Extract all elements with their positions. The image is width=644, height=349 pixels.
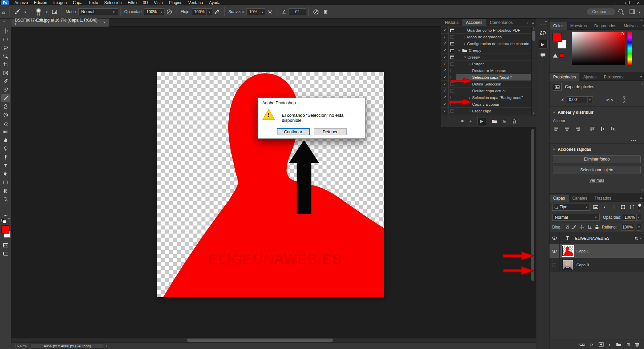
minimize-button[interactable]: –: [610, 0, 621, 5]
tool-crop[interactable]: [1, 61, 10, 68]
layer-name[interactable]: Capa 1: [576, 249, 589, 253]
angle-input[interactable]: 0°: [289, 8, 306, 15]
brush-settings-panel-icon[interactable]: [50, 9, 59, 14]
actions-play-icon[interactable]: ▶: [538, 40, 547, 48]
new-action-icon[interactable]: ⊞: [503, 119, 506, 124]
action-set-row[interactable]: ✓ ∨ Creepy: [441, 47, 532, 54]
action-check[interactable]: ✓: [441, 27, 449, 33]
canvas-vertical-scrollbar[interactable]: [531, 129, 534, 281]
tool-path-selection[interactable]: [1, 170, 10, 178]
layer-row[interactable]: Capa 0: [550, 258, 644, 272]
menu-imagen[interactable]: Imagen: [50, 0, 70, 5]
tab-motivos[interactable]: Motivos: [620, 22, 641, 30]
collapse-panels-icon[interactable]: »: [640, 19, 642, 22]
layer-opacity-input[interactable]: 100%: [623, 214, 637, 221]
screen-mode-icon[interactable]: [1, 250, 10, 257]
link-layers-icon[interactable]: [579, 343, 585, 346]
foreground-color-swatch[interactable]: [553, 33, 561, 41]
quick-actions-header[interactable]: ∨ Acciones rápidas: [550, 144, 644, 152]
action-dialog-toggle[interactable]: [449, 47, 456, 54]
tab-ajustes[interactable]: Ajustes: [579, 73, 600, 81]
tab-color[interactable]: Color: [550, 22, 567, 30]
menu-ventana[interactable]: Ventana: [185, 0, 206, 5]
menu-seleccion[interactable]: Selección: [101, 0, 125, 5]
action-check[interactable]: ✓: [441, 54, 449, 60]
layer-fill-input[interactable]: 100%: [621, 224, 634, 231]
action-check[interactable]: ✓: [441, 94, 449, 101]
tab-comentarios[interactable]: Comentarios: [486, 19, 516, 26]
filter-shape-icon[interactable]: [620, 205, 627, 209]
collapse-icon[interactable]: ∨: [463, 56, 467, 59]
new-layer-icon[interactable]: ⊞: [627, 342, 630, 347]
flow-input[interactable]: 100%: [192, 8, 207, 15]
align-center-h-icon[interactable]: [564, 127, 570, 132]
canvas-horizontal-scrollbar[interactable]: [11, 338, 536, 342]
tab-propiedades[interactable]: Propiedades: [550, 73, 579, 81]
tab-trazados[interactable]: Trazados: [591, 195, 615, 202]
continue-button[interactable]: Continuar: [277, 128, 310, 135]
symmetry-icon[interactable]: [321, 9, 331, 15]
tab-degradados[interactable]: Degradados: [591, 22, 620, 30]
play-selection-button[interactable]: ▶: [478, 117, 486, 125]
layer-name[interactable]: ELIGEUNAWEB.ES: [575, 236, 609, 240]
see-more-link[interactable]: Ver más: [550, 178, 644, 183]
layer-row-text[interactable]: T ELIGEUNAWEB.ES fx ∨: [550, 232, 644, 244]
add-mask-icon[interactable]: [599, 342, 604, 347]
lock-all-icon[interactable]: [595, 225, 599, 230]
expand-icon[interactable]: ›: [462, 35, 467, 39]
align-center-v-icon[interactable]: [600, 127, 606, 132]
tool-eyedropper[interactable]: [1, 77, 10, 85]
saturation-brightness-field[interactable]: [572, 32, 625, 65]
expand-icon[interactable]: ›: [467, 109, 472, 113]
action-row[interactable]: ✓ ›Guardar como Photoshop PDF: [441, 27, 532, 34]
visibility-toggle[interactable]: [550, 258, 560, 272]
tool-move[interactable]: [1, 27, 10, 35]
action-check[interactable]: ✓: [441, 34, 449, 40]
action-dialog-toggle[interactable]: [449, 101, 456, 107]
action-check[interactable]: ✓: [441, 40, 449, 47]
visibility-toggle[interactable]: [550, 244, 560, 258]
blend-mode-select[interactable]: Normal ∨: [552, 214, 600, 221]
scrollbar-thumb[interactable]: [187, 339, 333, 342]
fill-dropdown[interactable]: ∨: [637, 224, 641, 231]
tool-frame[interactable]: [1, 69, 10, 77]
action-check[interactable]: ✓: [441, 81, 449, 87]
tool-eraser[interactable]: [1, 119, 10, 127]
delete-layer-icon[interactable]: [635, 342, 639, 347]
swap-colors-icon[interactable]: ⇄: [8, 217, 10, 220]
align-distribute-header[interactable]: ∨ Alinear y distribuir: [550, 107, 644, 115]
actions-scrollbar[interactable]: ∧ ∨: [531, 27, 536, 115]
scroll-up-icon[interactable]: ∧: [533, 27, 535, 30]
action-check[interactable]: ✓: [441, 88, 449, 94]
tool-type[interactable]: T: [1, 162, 10, 169]
menu-texto[interactable]: Texto: [85, 0, 101, 5]
quick-mask-icon[interactable]: [1, 241, 10, 249]
workspace-icon[interactable]: [630, 9, 635, 14]
action-dialog-toggle[interactable]: [449, 27, 456, 33]
lock-paint-icon[interactable]: [572, 225, 576, 230]
tool-rectangle[interactable]: [1, 178, 10, 186]
airbrush-icon[interactable]: [212, 9, 222, 15]
lock-transparency-icon[interactable]: [566, 225, 569, 229]
layer-name[interactable]: Capa 0: [576, 263, 589, 267]
layer-thumbnail[interactable]: [562, 260, 573, 270]
tool-marquee[interactable]: [1, 35, 10, 43]
dock-grip[interactable]: '''''''': [536, 24, 549, 26]
scrollbar-thumb[interactable]: [532, 31, 535, 41]
panel-more-icon[interactable]: »: [526, 21, 528, 25]
align-left-icon[interactable]: [554, 127, 559, 132]
action-row[interactable]: ✓ ›Crear capa: [441, 108, 532, 114]
search-icon[interactable]: [618, 9, 623, 14]
tool-gradient[interactable]: [1, 128, 10, 136]
comments-panel-icon[interactable]: [538, 51, 547, 60]
angle-dropdown[interactable]: ∨: [588, 96, 593, 103]
panel-menu-icon[interactable]: ≡: [532, 21, 534, 25]
status-expand-icon[interactable]: ›: [106, 344, 107, 348]
brush-preset-icon[interactable]: [12, 9, 22, 15]
tab-historia[interactable]: Historia: [441, 19, 462, 26]
scroll-up-icon[interactable]: ∧: [641, 83, 643, 86]
smoothing-input[interactable]: 10%: [247, 8, 260, 15]
action-dialog-toggle[interactable]: [449, 108, 456, 114]
delete-icon[interactable]: [512, 119, 517, 124]
stop-button[interactable]: Detener: [314, 128, 347, 135]
